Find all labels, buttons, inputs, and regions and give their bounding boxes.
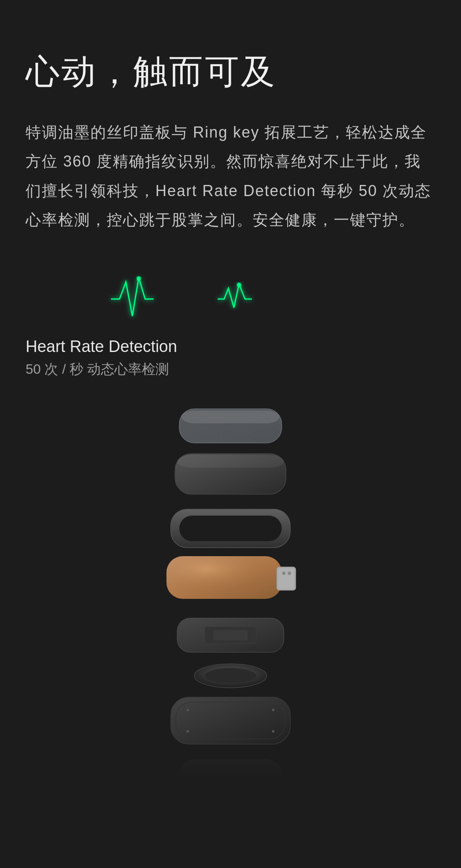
svg-rect-14 xyxy=(278,569,294,589)
svg-rect-12 xyxy=(166,556,282,599)
heartrate-svg xyxy=(26,269,435,329)
device-frame-layer xyxy=(166,507,295,550)
svg-point-26 xyxy=(187,730,189,733)
device-reflection xyxy=(171,755,290,793)
device-bottom-frame xyxy=(166,695,295,746)
svg-rect-19 xyxy=(213,630,248,640)
svg-rect-28 xyxy=(179,759,282,789)
svg-rect-6 xyxy=(181,411,280,423)
svg-rect-10 xyxy=(179,516,282,541)
svg-point-1 xyxy=(137,276,141,281)
svg-rect-22 xyxy=(171,697,290,744)
svg-rect-8 xyxy=(177,455,284,468)
svg-point-15 xyxy=(282,572,286,575)
page-container: 心动，触而可及 特调油墨的丝印盖板与 Ring key 拓展工艺，轻松达成全方位… xyxy=(0,0,461,868)
svg-point-16 xyxy=(288,572,291,575)
description-text: 特调油墨的丝印盖板与 Ring key 拓展工艺，轻松达成全方位 360 度精确… xyxy=(26,118,435,235)
feature-label: Heart Rate Detection 50 次 / 秒 动态心率检测 xyxy=(26,337,435,379)
device-leather-layer xyxy=(162,550,299,605)
title-section: 心动，触而可及 特调油墨的丝印盖板与 Ring key 拓展工艺，轻松达成全方位… xyxy=(26,51,435,235)
heartrate-visual xyxy=(26,269,435,329)
device-explosion xyxy=(26,405,435,832)
svg-point-25 xyxy=(272,709,274,711)
device-dark-layer xyxy=(169,452,292,499)
svg-point-27 xyxy=(272,730,274,733)
feature-title: Heart Rate Detection xyxy=(26,337,435,356)
page-title: 心动，触而可及 xyxy=(26,51,435,92)
svg-point-24 xyxy=(187,709,189,711)
device-inner-layer xyxy=(171,614,290,657)
device-sensor-layer xyxy=(188,661,273,691)
device-glass-layer xyxy=(171,405,290,447)
svg-point-3 xyxy=(237,283,241,287)
svg-point-21 xyxy=(205,668,256,683)
device-layer-container xyxy=(124,405,337,823)
feature-subtitle: 50 次 / 秒 动态心率检测 xyxy=(26,360,435,379)
